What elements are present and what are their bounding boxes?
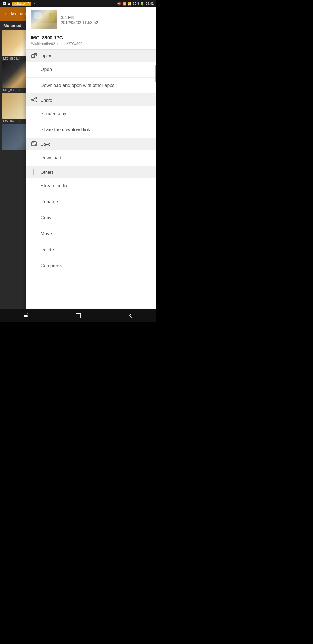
save-icon bbox=[31, 141, 37, 147]
section-label-save: Save bbox=[41, 142, 50, 146]
photo-icon: 🖼 bbox=[3, 2, 6, 5]
status-icons-left: 🖼 ☁ notification-74 ··· bbox=[3, 2, 35, 6]
section-label-share: Share bbox=[41, 97, 52, 102]
back-arrow-icon: ← bbox=[3, 11, 9, 17]
open-menu-item[interactable]: Open bbox=[26, 62, 156, 78]
file-name: IMG_8900.JPG bbox=[31, 35, 152, 41]
svg-point-3 bbox=[32, 99, 33, 101]
svg-point-1 bbox=[35, 97, 37, 99]
file-meta: 3.4 MB 2012/05/02 11:53:52 bbox=[61, 15, 152, 25]
svg-rect-6 bbox=[32, 144, 36, 146]
more-vertical-icon bbox=[31, 169, 37, 175]
svg-rect-5 bbox=[32, 142, 35, 143]
rename-menu-item[interactable]: Rename bbox=[26, 194, 156, 210]
external-link-icon bbox=[31, 53, 37, 59]
status-bar: 🖼 ☁ notification-74 ··· 🔇 📶 📶 85% 🔋 09:4… bbox=[0, 0, 156, 7]
file-size: 3.4 MB bbox=[61, 15, 152, 20]
section-header-share: Share bbox=[26, 94, 156, 106]
context-menu: 3.4 MB 2012/05/02 11:53:52 IMG_8900.JPG … bbox=[26, 7, 156, 322]
file-name-section: IMG_8900.JPG /Multimedia/02 Image/JPG/80… bbox=[26, 33, 156, 50]
wifi-icon: 📶 bbox=[122, 2, 126, 6]
notification-badge: notification-74 bbox=[12, 2, 31, 6]
weather-icon: ☁ bbox=[7, 2, 10, 6]
file-date: 2012/05/02 11:53:52 bbox=[61, 20, 152, 25]
battery-icon: 🔋 bbox=[140, 2, 144, 6]
section-header-open: Open bbox=[26, 50, 156, 62]
section-header-others: Others bbox=[26, 166, 156, 178]
file-info-header: 3.4 MB 2012/05/02 11:53:52 bbox=[26, 7, 156, 33]
copy-menu-item[interactable]: Copy bbox=[26, 210, 156, 226]
section-header-save: Save bbox=[26, 138, 156, 150]
scroll-indicator bbox=[155, 65, 156, 82]
send-copy-menu-item[interactable]: Send a copy bbox=[26, 106, 156, 122]
file-path: /Multimedia/02 Image/JPG/800 bbox=[31, 41, 152, 46]
back-button[interactable] bbox=[122, 309, 139, 322]
signal-icon: 📶 bbox=[128, 2, 132, 6]
section-label-open: Open bbox=[41, 53, 51, 58]
status-icons-right: 🔇 📶 📶 85% 🔋 09:41 bbox=[117, 2, 154, 6]
clock: 09:41 bbox=[145, 2, 154, 5]
streaming-menu-item[interactable]: Streaming to bbox=[26, 178, 156, 194]
more-dots-icon: ··· bbox=[32, 2, 35, 5]
download-open-menu-item[interactable]: Download and open with other apps bbox=[26, 78, 156, 94]
download-menu-item[interactable]: Download bbox=[26, 150, 156, 166]
navigation-bar bbox=[0, 309, 156, 322]
svg-rect-7 bbox=[34, 142, 35, 143]
mute-icon: 🔇 bbox=[117, 2, 121, 6]
battery-percent: 85% bbox=[133, 2, 139, 5]
move-menu-item[interactable]: Move bbox=[26, 226, 156, 242]
recent-apps-button[interactable] bbox=[17, 309, 35, 322]
file-thumbnail bbox=[31, 10, 57, 29]
compress-menu-item[interactable]: Compress bbox=[26, 258, 156, 274]
share-link-menu-item[interactable]: Share the download link bbox=[26, 122, 156, 138]
share-icon bbox=[31, 97, 37, 103]
svg-rect-8 bbox=[76, 313, 81, 318]
delete-menu-item[interactable]: Delete bbox=[26, 242, 156, 258]
section-label-others: Others bbox=[41, 170, 54, 175]
home-button[interactable] bbox=[70, 309, 87, 322]
svg-point-2 bbox=[35, 101, 37, 102]
